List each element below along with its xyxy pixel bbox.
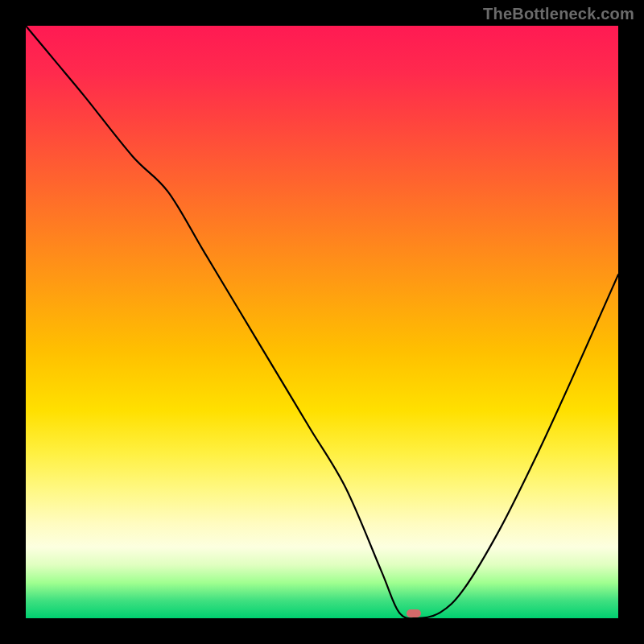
watermark-text: TheBottleneck.com [483, 5, 634, 23]
chart-frame: TheBottleneck.com [0, 0, 644, 644]
bottleneck-curve [26, 26, 618, 618]
optimal-marker [407, 609, 421, 617]
plot-area [26, 26, 618, 618]
